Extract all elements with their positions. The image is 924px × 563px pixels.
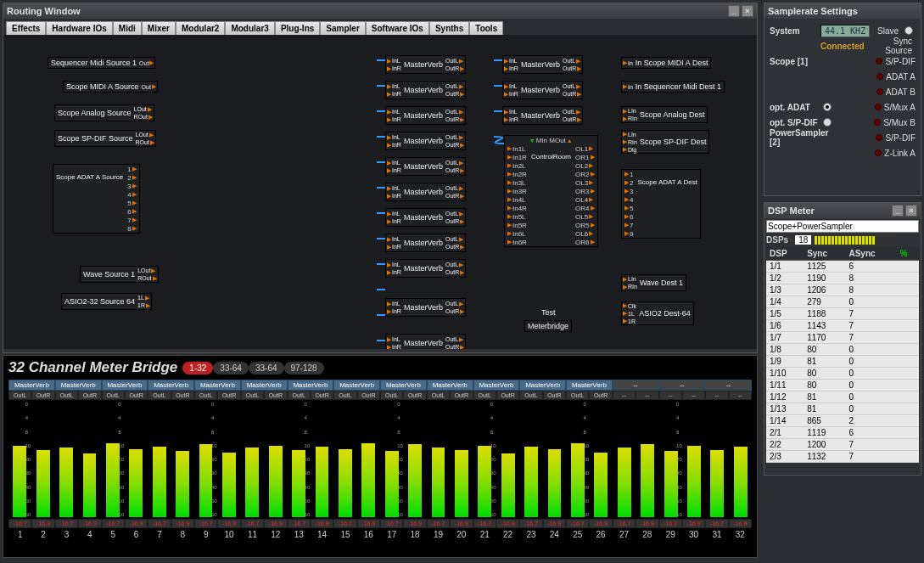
module-scope-analog-source[interactable]: Scope Analog SourceLOut▶ROut▶ [54,104,154,121]
table-row[interactable]: 1/148652 [766,415,919,427]
channel-label[interactable]: MasterVerb [148,380,194,391]
module-adat-source[interactable]: Scope ADAT A Source1▶2▶3▶4▶5▶6▶7▶8▶ [53,164,140,234]
module-scope-analog-dest[interactable]: ▶LIn▶RInScope Analog Dest [621,106,708,123]
table-row[interactable]: 1/211908 [766,273,919,284]
channel-label[interactable]: -- [613,380,659,391]
module-scope-midi-a-source[interactable]: Scope MIDI A SourceOut▶ [63,81,158,93]
module-wave-dest-1[interactable]: ▶LIn▶RInWave Dest 1 [621,274,686,291]
table-row[interactable]: 2/212007 [766,439,919,451]
module-masterverb[interactable]: ▶InL▶InRMasterVerbOutL▶OutR▶ [502,106,583,125]
opt-radio[interactable] [823,103,832,111]
sync-led[interactable] [874,119,881,126]
dsp-col-header[interactable]: Sync [804,247,845,261]
module-masterverb[interactable]: ▶InL▶InRMasterVerbOutL▶OutR▶ [385,234,466,252]
sync-led[interactable] [876,134,882,141]
tab-tools[interactable]: Tools [469,21,503,35]
channel-label[interactable]: MasterVerb [380,380,427,391]
module-adat-dest[interactable]: ▶1▶2▶3▶4▶5▶6▶7▶8Scope ADAT A Dest [621,169,701,239]
range-button-1-32[interactable]: 1-32 [182,362,213,374]
channel-label[interactable]: MasterVerb [55,380,102,391]
module-masterverb[interactable]: ▶InL▶InRMasterVerbOutL▶OutR▶ [502,55,583,74]
module-meterbridge[interactable]: Meterbridge [524,320,572,332]
table-row[interactable]: 1/11800 [766,380,919,391]
module-masterverb[interactable]: ▶InL▶InRMasterVerbOutL▶OutR▶ [385,334,466,349]
close-icon[interactable]: × [905,205,917,217]
table-row[interactable]: 2/111196 [766,427,919,439]
module-in-scope-midi-a-dest[interactable]: ▶InIn Scope MIDI A Dest [621,57,711,69]
channel-label[interactable]: MasterVerb [194,380,241,391]
channel-label[interactable]: MasterVerb [102,380,148,391]
table-row[interactable]: 1/611437 [766,320,919,332]
tab-plug-ins[interactable]: Plug-Ins [275,21,320,35]
channel-label[interactable]: -- [659,380,706,391]
samplerate-titlebar[interactable]: Samplerate Settings [764,3,921,19]
routing-titlebar[interactable]: Routing Window _ × [3,3,757,19]
routing-canvas[interactable]: Sequencer Midi Source 1Out▶Scope MIDI A … [3,35,757,349]
sync-led[interactable] [876,73,883,80]
range-button-33-64[interactable]: 33-64 [249,362,284,374]
module-masterverb[interactable]: ▶InL▶InRMasterVerbOutL▶OutR▶ [385,183,466,201]
tab-midi[interactable]: Midi [113,21,142,35]
module-wave-source-1[interactable]: Wave Source 1LOut▶ROut▶ [80,266,159,283]
channel-label[interactable]: MasterVerb [288,380,334,391]
table-row[interactable]: 1/312068 [766,284,919,296]
sync-led[interactable] [876,88,883,95]
tab-synths[interactable]: Synths [429,21,469,35]
dspmeter-titlebar[interactable]: DSP Meter _ × [764,203,921,218]
dsp-col-header[interactable]: DSP [766,247,804,261]
channel-label[interactable]: MasterVerb [473,380,520,391]
module-masterverb[interactable]: ▶InL▶InRMasterVerbOutL▶OutR▶ [385,298,466,317]
module-asio2-32-source-64[interactable]: ASIO2-32 Source 641L▶1R▶ [61,293,152,310]
module-scope-sp-dif-source[interactable]: Scope SP-DIF SourceLOut▶ROut▶ [54,130,156,147]
table-row[interactable]: 1/10800 [766,368,919,380]
table-row[interactable]: 1/9810 [766,356,919,368]
module-masterverb[interactable]: ▶InL▶InRMasterVerbOutL▶OutR▶ [502,81,583,99]
module-sequencer-midi-source-1[interactable]: Sequencer Midi Source 1Out▶ [48,57,155,69]
table-row[interactable]: 1/12810 [766,391,919,403]
module-masterverb[interactable]: ▶InL▶InRMasterVerbOutL▶OutR▶ [385,208,466,227]
table-row[interactable]: 1/711707 [766,332,919,344]
minimize-icon[interactable]: _ [892,205,904,217]
channel-label[interactable]: MasterVerb [241,380,288,391]
module-masterverb[interactable]: ▶InL▶InRMasterVerbOutL▶OutR▶ [385,106,466,125]
channel-label[interactable]: -- [705,380,752,391]
module-masterverb[interactable]: ▶InL▶InRMasterVerbOutL▶OutR▶ [385,81,466,99]
tab-modular3[interactable]: Modular3 [225,21,274,35]
module-masterverb[interactable]: ▶InL▶InRMasterVerbOutL▶OutR▶ [385,259,466,278]
module-asio2-dest-64[interactable]: ▶Clk▶1L▶1RASIO2 Dest-64 [621,301,694,325]
range-button-33-64[interactable]: 33-64 [213,362,249,374]
tab-mixer[interactable]: Mixer [142,21,176,35]
table-row[interactable]: 1/42790 [766,296,919,308]
table-row[interactable]: 1/13810 [766,403,919,415]
table-row[interactable]: 1/111256 [766,261,919,273]
channel-label[interactable]: MasterVerb [519,380,566,391]
module-masterverb[interactable]: ▶InL▶InRMasterVerbOutL▶OutR▶ [385,157,466,176]
opt-radio[interactable] [823,118,832,127]
range-button-97-128[interactable]: 97-128 [284,362,324,374]
tab-software-ios[interactable]: Software IOs [366,21,429,35]
module-in-sequencer-midi-dest-1[interactable]: ▶InIn Sequencer Midi Dest 1 [621,81,725,93]
tab-effects[interactable]: Effects [6,21,46,35]
tab-hardware-ios[interactable]: Hardware IOs [46,21,112,35]
table-row[interactable]: 1/511887 [766,308,919,320]
tab-sampler[interactable]: Sampler [320,21,365,35]
sync-led[interactable] [876,58,882,65]
module-masterverb[interactable]: ▶InL▶InRMasterVerbOutL▶OutR▶ [385,55,466,74]
table-row[interactable]: 2/311327 [766,451,919,463]
sync-led[interactable] [875,149,882,156]
table-row[interactable]: 1/8800 [766,344,919,356]
channel-label[interactable]: MasterVerb [566,380,613,391]
minimize-icon[interactable]: _ [728,5,740,17]
module-masterverb[interactable]: ▶InL▶InRMasterVerbOutL▶OutR▶ [385,132,466,150]
close-icon[interactable]: × [742,5,753,17]
channel-label[interactable]: MasterVerb [8,380,55,391]
dspmeter-device-input[interactable] [766,220,919,233]
sync-led[interactable] [875,104,882,110]
dsp-col-header[interactable]: ASync [845,247,896,261]
channel-label[interactable]: MasterVerb [333,380,380,391]
tab-modular2[interactable]: Modular2 [176,21,225,35]
channel-label[interactable]: MasterVerb [427,380,473,391]
dsp-col-header[interactable]: % [897,247,919,261]
module-controlroom[interactable]: ▼MIn MOut▲▶In1L▶In1R▶In2L▶In2R▶In3L▶In3R… [504,135,598,247]
module-scope-sp-dif-dest[interactable]: ▶LIn▶RIn▶DigScope SP-DIF Dest [621,130,709,154]
